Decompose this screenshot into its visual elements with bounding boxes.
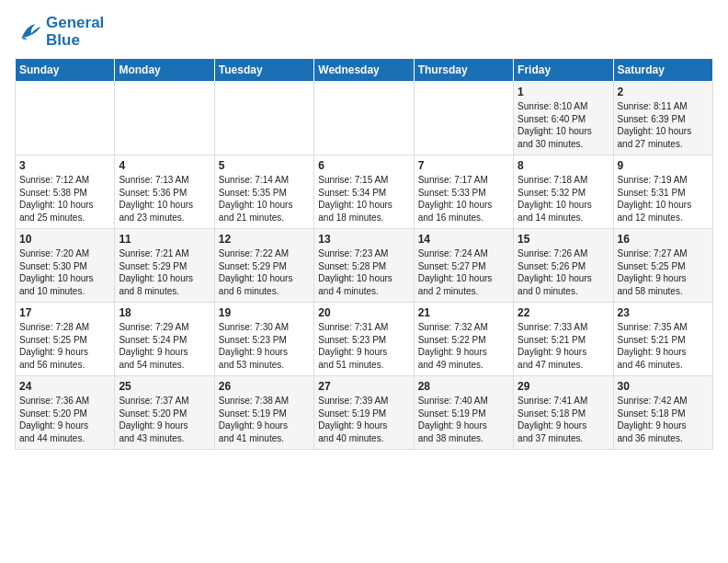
day-detail: Sunrise: 7:40 AM Sunset: 5:19 PM Dayligh… xyxy=(418,395,509,444)
weekday-header-tuesday: Tuesday xyxy=(214,59,313,82)
calendar-cell: 27Sunrise: 7:39 AM Sunset: 5:19 PM Dayli… xyxy=(314,376,414,450)
weekday-header-thursday: Thursday xyxy=(414,59,513,82)
day-detail: Sunrise: 7:31 AM Sunset: 5:23 PM Dayligh… xyxy=(318,321,409,371)
calendar-cell: 13Sunrise: 7:23 AM Sunset: 5:28 PM Dayli… xyxy=(314,229,414,303)
page-header: General Blue xyxy=(15,15,713,49)
calendar-cell: 16Sunrise: 7:27 AM Sunset: 5:25 PM Dayli… xyxy=(613,229,712,303)
calendar-cell: 3Sunrise: 7:12 AM Sunset: 5:38 PM Daylig… xyxy=(16,155,115,229)
day-number: 23 xyxy=(618,306,709,319)
day-number: 24 xyxy=(19,380,110,393)
day-number: 14 xyxy=(418,233,509,246)
day-number: 7 xyxy=(418,159,509,172)
calendar-cell: 19Sunrise: 7:30 AM Sunset: 5:23 PM Dayli… xyxy=(214,303,313,376)
day-detail: Sunrise: 7:12 AM Sunset: 5:38 PM Dayligh… xyxy=(19,174,110,224)
calendar-cell xyxy=(115,82,214,155)
day-detail: Sunrise: 7:33 AM Sunset: 5:21 PM Dayligh… xyxy=(518,321,609,371)
calendar-week-row: 17Sunrise: 7:28 AM Sunset: 5:25 PM Dayli… xyxy=(16,303,713,376)
day-number: 8 xyxy=(518,159,609,172)
day-detail: Sunrise: 7:15 AM Sunset: 5:34 PM Dayligh… xyxy=(318,174,409,224)
day-number: 30 xyxy=(618,380,709,393)
day-number: 15 xyxy=(518,233,609,246)
calendar-cell: 28Sunrise: 7:40 AM Sunset: 5:19 PM Dayli… xyxy=(414,376,513,450)
day-detail: Sunrise: 7:42 AM Sunset: 5:18 PM Dayligh… xyxy=(618,395,709,444)
calendar-cell: 23Sunrise: 7:35 AM Sunset: 5:21 PM Dayli… xyxy=(613,303,712,376)
day-detail: Sunrise: 7:14 AM Sunset: 5:35 PM Dayligh… xyxy=(219,174,310,224)
calendar-cell: 1Sunrise: 8:10 AM Sunset: 6:40 PM Daylig… xyxy=(514,82,613,155)
calendar-cell: 29Sunrise: 7:41 AM Sunset: 5:18 PM Dayli… xyxy=(514,376,613,450)
weekday-header-monday: Monday xyxy=(115,59,214,82)
day-number: 29 xyxy=(518,380,609,393)
calendar-body: 1Sunrise: 8:10 AM Sunset: 6:40 PM Daylig… xyxy=(16,82,713,450)
day-number: 5 xyxy=(219,159,310,172)
day-detail: Sunrise: 7:29 AM Sunset: 5:24 PM Dayligh… xyxy=(119,321,210,371)
day-number: 25 xyxy=(119,380,210,393)
day-number: 3 xyxy=(19,159,110,172)
calendar-cell: 15Sunrise: 7:26 AM Sunset: 5:26 PM Dayli… xyxy=(514,229,613,303)
day-number: 10 xyxy=(19,233,110,246)
calendar-cell: 18Sunrise: 7:29 AM Sunset: 5:24 PM Dayli… xyxy=(115,303,214,376)
calendar-cell: 10Sunrise: 7:20 AM Sunset: 5:30 PM Dayli… xyxy=(16,229,115,303)
day-detail: Sunrise: 7:35 AM Sunset: 5:21 PM Dayligh… xyxy=(618,321,709,371)
day-detail: Sunrise: 7:28 AM Sunset: 5:25 PM Dayligh… xyxy=(19,321,110,371)
calendar-cell: 21Sunrise: 7:32 AM Sunset: 5:22 PM Dayli… xyxy=(414,303,513,376)
calendar-cell: 2Sunrise: 8:11 AM Sunset: 6:39 PM Daylig… xyxy=(613,82,712,155)
logo-text: General Blue xyxy=(46,15,104,49)
day-detail: Sunrise: 7:26 AM Sunset: 5:26 PM Dayligh… xyxy=(518,247,609,297)
day-detail: Sunrise: 8:10 AM Sunset: 6:40 PM Dayligh… xyxy=(518,100,609,150)
day-number: 13 xyxy=(318,233,409,246)
calendar-week-row: 10Sunrise: 7:20 AM Sunset: 5:30 PM Dayli… xyxy=(16,229,713,303)
day-number: 21 xyxy=(418,306,509,319)
logo-bird-icon xyxy=(15,18,42,46)
day-number: 18 xyxy=(119,306,210,319)
calendar-cell: 25Sunrise: 7:37 AM Sunset: 5:20 PM Dayli… xyxy=(115,376,214,450)
day-number: 26 xyxy=(219,380,310,393)
calendar-cell: 12Sunrise: 7:22 AM Sunset: 5:29 PM Dayli… xyxy=(214,229,313,303)
calendar-cell: 17Sunrise: 7:28 AM Sunset: 5:25 PM Dayli… xyxy=(16,303,115,376)
day-number: 2 xyxy=(618,86,709,98)
calendar-cell xyxy=(16,82,115,155)
day-number: 27 xyxy=(318,380,409,393)
day-detail: Sunrise: 7:19 AM Sunset: 5:31 PM Dayligh… xyxy=(618,174,709,224)
calendar-cell: 8Sunrise: 7:18 AM Sunset: 5:32 PM Daylig… xyxy=(514,155,613,229)
day-detail: Sunrise: 7:32 AM Sunset: 5:22 PM Dayligh… xyxy=(418,321,509,371)
weekday-header-sunday: Sunday xyxy=(16,59,115,82)
calendar-cell: 7Sunrise: 7:17 AM Sunset: 5:33 PM Daylig… xyxy=(414,155,513,229)
calendar-cell xyxy=(214,82,313,155)
day-detail: Sunrise: 7:18 AM Sunset: 5:32 PM Dayligh… xyxy=(518,174,609,224)
calendar-cell: 30Sunrise: 7:42 AM Sunset: 5:18 PM Dayli… xyxy=(613,376,712,450)
day-number: 11 xyxy=(119,233,210,246)
day-number: 19 xyxy=(219,306,310,319)
day-detail: Sunrise: 7:21 AM Sunset: 5:29 PM Dayligh… xyxy=(119,247,210,297)
day-number: 6 xyxy=(318,159,409,172)
day-detail: Sunrise: 7:37 AM Sunset: 5:20 PM Dayligh… xyxy=(119,395,210,444)
day-number: 17 xyxy=(19,306,110,319)
day-number: 22 xyxy=(518,306,609,319)
day-detail: Sunrise: 7:36 AM Sunset: 5:20 PM Dayligh… xyxy=(19,395,110,444)
day-detail: Sunrise: 7:17 AM Sunset: 5:33 PM Dayligh… xyxy=(418,174,509,224)
calendar-week-row: 3Sunrise: 7:12 AM Sunset: 5:38 PM Daylig… xyxy=(16,155,713,229)
day-number: 9 xyxy=(618,159,709,172)
day-number: 12 xyxy=(219,233,310,246)
day-detail: Sunrise: 7:22 AM Sunset: 5:29 PM Dayligh… xyxy=(219,247,310,297)
calendar-table: SundayMondayTuesdayWednesdayThursdayFrid… xyxy=(15,58,713,450)
day-number: 1 xyxy=(518,86,609,98)
day-detail: Sunrise: 7:13 AM Sunset: 5:36 PM Dayligh… xyxy=(119,174,210,224)
day-detail: Sunrise: 7:24 AM Sunset: 5:27 PM Dayligh… xyxy=(418,247,509,297)
calendar-cell: 26Sunrise: 7:38 AM Sunset: 5:19 PM Dayli… xyxy=(214,376,313,450)
day-detail: Sunrise: 7:38 AM Sunset: 5:19 PM Dayligh… xyxy=(219,395,310,444)
calendar-header: SundayMondayTuesdayWednesdayThursdayFrid… xyxy=(16,59,713,82)
logo: General Blue xyxy=(15,15,104,49)
weekday-header-saturday: Saturday xyxy=(613,59,712,82)
calendar-cell: 22Sunrise: 7:33 AM Sunset: 5:21 PM Dayli… xyxy=(514,303,613,376)
weekday-header-friday: Friday xyxy=(514,59,613,82)
calendar-cell: 24Sunrise: 7:36 AM Sunset: 5:20 PM Dayli… xyxy=(16,376,115,450)
calendar-cell: 20Sunrise: 7:31 AM Sunset: 5:23 PM Dayli… xyxy=(314,303,414,376)
day-number: 28 xyxy=(418,380,509,393)
calendar-cell xyxy=(314,82,414,155)
calendar-cell: 4Sunrise: 7:13 AM Sunset: 5:36 PM Daylig… xyxy=(115,155,214,229)
day-detail: Sunrise: 7:39 AM Sunset: 5:19 PM Dayligh… xyxy=(318,395,409,444)
calendar-cell: 11Sunrise: 7:21 AM Sunset: 5:29 PM Dayli… xyxy=(115,229,214,303)
weekday-header-row: SundayMondayTuesdayWednesdayThursdayFrid… xyxy=(16,59,713,82)
calendar-cell: 9Sunrise: 7:19 AM Sunset: 5:31 PM Daylig… xyxy=(613,155,712,229)
day-detail: Sunrise: 8:11 AM Sunset: 6:39 PM Dayligh… xyxy=(618,100,709,150)
